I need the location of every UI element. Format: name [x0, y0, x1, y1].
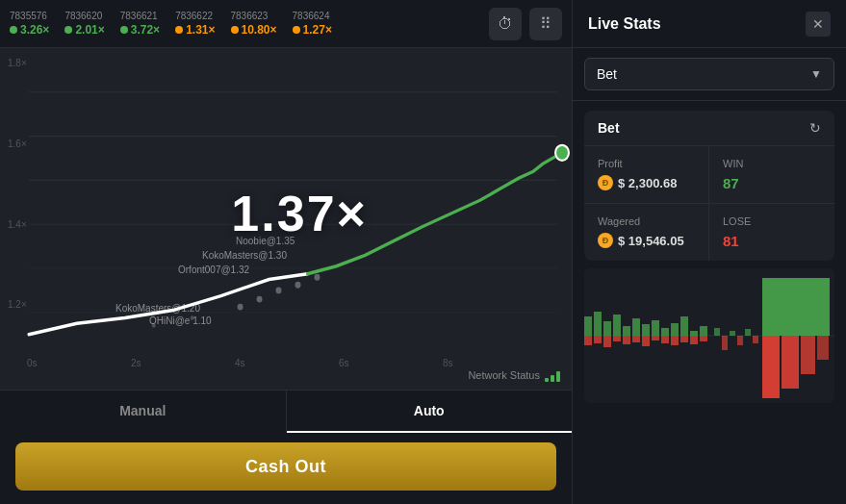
profit-label: Profit — [598, 158, 695, 169]
dot-0 — [10, 26, 17, 34]
multiplier-0: 3.26× — [10, 23, 49, 37]
stats-card-title: Bet — [598, 120, 620, 136]
wagered-value: Ð $ 19,546.05 — [598, 233, 695, 248]
svg-rect-35 — [632, 336, 640, 342]
player-label-3: KokoMasters@1.20 — [115, 303, 200, 314]
stats-card-header: Bet ↻ — [584, 111, 834, 146]
svg-rect-46 — [817, 336, 829, 360]
mini-chart-svg — [584, 268, 834, 403]
svg-point-8 — [295, 282, 300, 289]
x-axis: 0s 2s 4s 6s 8s — [27, 358, 547, 368]
current-multiplier: 1.37× — [231, 185, 368, 242]
network-status-label: Network Status — [468, 369, 540, 381]
history-item-5[interactable]: 7836624 1.27× — [293, 11, 332, 37]
svg-point-9 — [314, 274, 320, 281]
network-bars-icon — [545, 368, 560, 382]
game-id-4: 7836623 — [231, 11, 269, 21]
profit-cell: Profit Ð $ 2,300.68 — [584, 146, 709, 204]
tabs: Manual Auto — [0, 391, 572, 433]
cashout-area: Cash Out — [0, 433, 572, 504]
svg-rect-49 — [730, 331, 735, 336]
refresh-button[interactable]: ↻ — [809, 120, 821, 136]
graph-area: 1.8× 1.6× 1.4× 1.2× — [0, 48, 572, 390]
svg-rect-16 — [584, 316, 592, 336]
game-id-2: 7836621 — [120, 11, 158, 21]
x-label-2: 4s — [235, 358, 339, 368]
history-item-2[interactable]: 7836621 3.72× — [120, 11, 160, 37]
svg-rect-41 — [690, 336, 698, 344]
svg-rect-44 — [782, 336, 799, 389]
history-bar: 7835576 3.26× 7836620 2.01× 7836621 3.72… — [0, 0, 572, 48]
history-item-4[interactable]: 7836623 10.80× — [231, 11, 277, 37]
svg-rect-42 — [700, 336, 707, 341]
network-status: Network Status — [468, 368, 560, 382]
lose-cell: LOSE 81 — [709, 204, 834, 261]
bet-dropdown[interactable]: Bet ▼ — [584, 58, 834, 90]
history-item-3[interactable]: 7836622 1.31× — [175, 11, 215, 37]
history-item-0[interactable]: 7835576 3.26× — [10, 11, 49, 37]
history-icon-button[interactable]: ⏱ — [489, 8, 522, 40]
tab-auto[interactable]: Auto — [287, 391, 573, 433]
svg-rect-22 — [642, 324, 650, 336]
game-id-0: 7835576 — [10, 11, 47, 21]
svg-rect-43 — [762, 336, 780, 398]
net-bar-2 — [551, 375, 554, 382]
live-stats-title: Live Stats — [588, 15, 661, 33]
svg-rect-31 — [594, 336, 602, 343]
game-id-5: 7836624 — [293, 11, 330, 21]
chevron-down-icon: ▼ — [810, 67, 822, 81]
dot-3 — [175, 26, 183, 34]
svg-point-11 — [238, 304, 244, 311]
svg-rect-29 — [762, 278, 830, 336]
dropdown-value: Bet — [597, 66, 617, 82]
cashout-button[interactable]: Cash Out — [15, 442, 556, 491]
multiplier-3: 1.31× — [175, 23, 215, 37]
dot-2 — [120, 26, 128, 34]
svg-rect-18 — [603, 321, 611, 336]
bottom-section: Manual Auto Cash Out — [0, 390, 572, 504]
svg-rect-23 — [652, 320, 659, 336]
mini-chart — [584, 268, 834, 403]
dropdown-row: Bet ▼ — [573, 48, 846, 101]
svg-rect-36 — [642, 336, 650, 346]
dot-1 — [64, 26, 72, 34]
history-item-1[interactable]: 7836620 2.01× — [64, 11, 104, 37]
svg-point-7 — [276, 288, 282, 294]
svg-rect-30 — [584, 336, 592, 345]
net-bar-1 — [545, 378, 549, 382]
svg-rect-37 — [652, 336, 659, 340]
player-label-1: KokoMasters@1.30 — [202, 250, 287, 261]
win-cell: WIN 87 — [709, 146, 834, 204]
lose-label: LOSE — [723, 215, 821, 227]
net-bar-3 — [556, 371, 560, 382]
svg-rect-38 — [661, 336, 669, 343]
left-panel: 7835576 3.26× 7836620 2.01× 7836621 3.72… — [0, 0, 573, 504]
multiplier-2: 3.72× — [120, 23, 160, 37]
x-label-4: 8s — [443, 358, 547, 368]
svg-point-10 — [257, 296, 263, 303]
profit-value: Ð $ 2,300.68 — [598, 175, 695, 190]
coin-icon-profit: Ð — [598, 175, 613, 190]
svg-rect-50 — [737, 336, 743, 345]
svg-rect-52 — [753, 336, 758, 343]
tab-manual[interactable]: Manual — [0, 391, 287, 433]
multiplier-4: 10.80× — [231, 23, 277, 37]
right-header: Live Stats ✕ — [573, 0, 846, 48]
svg-rect-32 — [603, 336, 611, 347]
svg-rect-45 — [801, 336, 815, 374]
coin-icon-wagered: Ð — [598, 233, 613, 248]
win-label: WIN — [723, 158, 821, 169]
stats-card: Bet ↻ Profit Ð $ 2,300.68 WIN 87 Wagered… — [584, 111, 834, 261]
stats-grid: Profit Ð $ 2,300.68 WIN 87 Wagered Ð $ 1… — [584, 146, 834, 261]
svg-rect-40 — [680, 336, 688, 342]
right-panel: Live Stats ✕ Bet ▼ Bet ↻ Profit Ð $ 2,30… — [573, 0, 846, 504]
lose-value: 81 — [723, 233, 821, 249]
grid-icon-button[interactable]: ⠿ — [529, 8, 562, 40]
x-label-0: 0s — [27, 358, 131, 368]
multiplier-1: 2.01× — [64, 23, 104, 37]
history-actions: ⏱ ⠿ — [489, 8, 562, 40]
svg-rect-25 — [671, 323, 679, 336]
multiplier-5: 1.27× — [293, 23, 332, 37]
close-button[interactable]: ✕ — [806, 12, 831, 37]
svg-rect-28 — [700, 326, 707, 336]
